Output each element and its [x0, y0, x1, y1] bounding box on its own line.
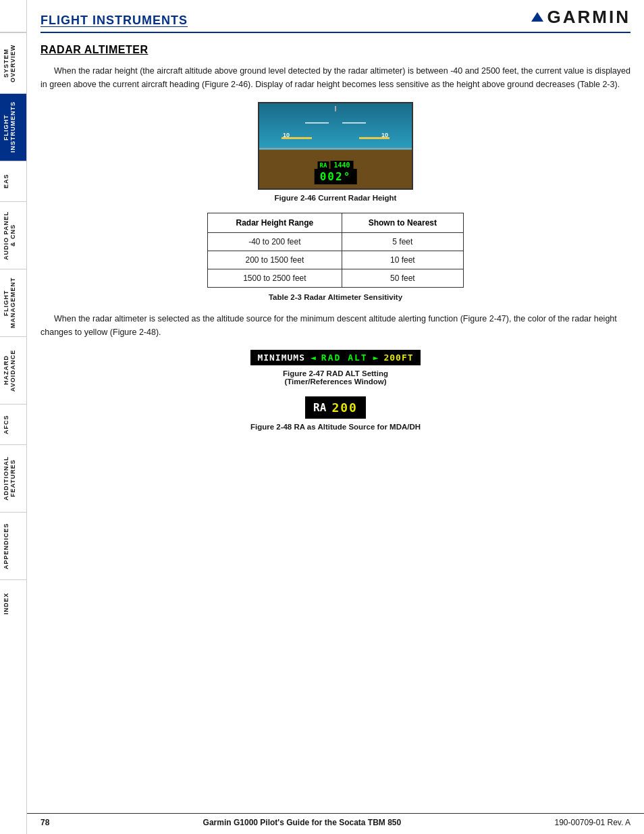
minimums-value: 200FT: [383, 353, 413, 363]
main-content: FLIGHT INSTRUMENTS GARMIN RADAR ALTIMETE…: [27, 0, 644, 834]
ra200-value: 200: [331, 400, 358, 415]
table-row: 1500 to 2500 feet 50 feet: [208, 269, 464, 288]
sidebar-item-flight-instruments[interactable]: FLIGHT INSTRUMENTS: [0, 93, 26, 161]
sidebar: SYSTEM OVERVIEW FLIGHT INSTRUMENTS EAS A…: [0, 0, 27, 834]
table-cell-range-3: 1500 to 2500 feet: [208, 269, 342, 288]
rad-alt-arrow-left-icon: ◄: [311, 353, 316, 363]
table-row: -40 to 200 feet 5 feet: [208, 233, 464, 251]
sidebar-item-eas[interactable]: EAS: [0, 161, 26, 201]
section-title: RADAR ALTIMETER: [41, 44, 630, 56]
page-header: FLIGHT INSTRUMENTS GARMIN: [41, 0, 630, 33]
figure-48-caption: Figure 2-48 RA as Altitude Source for MD…: [250, 423, 421, 431]
sidebar-item-flight-management[interactable]: FLIGHT MANAGEMENT: [0, 269, 26, 336]
table-header-range: Radar Height Range: [208, 213, 342, 233]
figure-47-caption: Figure 2-47 RAD ALT Setting (Timer/Refer…: [283, 369, 388, 386]
ra-label: RA: [318, 161, 329, 170]
radar-display-image: 10 10 RA 1440 002°: [258, 102, 413, 190]
table-cell-range-2: 200 to 1500 feet: [208, 251, 342, 269]
table-cell-nearest-2: 10 feet: [342, 251, 463, 269]
body-text-1: When the radar height (the aircraft alti…: [41, 64, 630, 91]
table-cell-nearest-3: 50 feet: [342, 269, 463, 288]
radar-heading-display: 002°: [315, 169, 357, 184]
ra200-label: RA: [313, 401, 326, 414]
radar-top-tick: [335, 106, 336, 111]
sidebar-item-hazard-avoidance[interactable]: HAZARD AVOIDANCE: [0, 336, 26, 404]
footer-doc-number: 190-00709-01 Rev. A: [554, 818, 630, 827]
footer-page-number: 78: [41, 818, 49, 827]
garmin-triangle-icon: [531, 12, 543, 22]
garmin-logo: GARMIN: [531, 7, 630, 28]
page-title: FLIGHT INSTRUMENTS: [41, 14, 188, 28]
minimums-label: MINIMUMS: [257, 353, 305, 363]
ra200-display: RA 200: [305, 396, 366, 419]
radar-horizon-line: [259, 148, 412, 149]
table-cell-nearest-1: 5 feet: [342, 233, 463, 251]
sidebar-item-additional-features[interactable]: ADDITIONAL FEATURES: [0, 444, 26, 512]
figure-47-caption-line2: (Timer/References Window): [284, 377, 386, 386]
minimums-display: MINIMUMS ◄ RAD ALT ► 200FT: [250, 350, 420, 365]
table-container: Radar Height Range Shown to Nearest -40 …: [207, 213, 464, 301]
sidebar-item-audio-panel[interactable]: AUDIO PANEL & CNS: [0, 201, 26, 269]
sidebar-item-appendices[interactable]: APPENDICES: [0, 512, 26, 579]
garmin-brand-text: GARMIN: [547, 7, 630, 28]
figure-46-caption: Figure 2-46 Current Radar Height: [275, 194, 397, 202]
radar-altimeter-table: Radar Height Range Shown to Nearest -40 …: [207, 213, 464, 288]
body-text-2: When the radar altimeter is selected as …: [41, 312, 630, 339]
table-cell-range-1: -40 to 200 feet: [208, 233, 342, 251]
figure-46-container: 10 10 RA 1440 002° Figure 2-46 Current R…: [41, 102, 630, 202]
sidebar-item-index[interactable]: INDEX: [0, 579, 26, 627]
footer-document-title: Garmin G1000 Pilot's Guide for the Socat…: [203, 818, 402, 827]
rad-alt-label: RAD ALT: [321, 353, 368, 363]
table-header-shown: Shown to Nearest: [342, 213, 463, 233]
table-caption: Table 2-3 Radar Altimeter Sensitivity: [207, 293, 464, 301]
sidebar-item-afcs[interactable]: AFCS: [0, 404, 26, 444]
table-row: 200 to 1500 feet 10 feet: [208, 251, 464, 269]
figure-47-caption-line1: Figure 2-47 RAD ALT Setting: [283, 369, 388, 377]
figure-48-container: RA 200 Figure 2-48 RA as Altitude Source…: [41, 396, 630, 431]
rad-alt-arrow-right-icon: ►: [373, 353, 379, 363]
page-footer: 78 Garmin G1000 Pilot's Guide for the So…: [27, 813, 644, 827]
sidebar-item-system[interactable]: SYSTEM OVERVIEW: [0, 32, 26, 93]
figure-47-container: MINIMUMS ◄ RAD ALT ► 200FT Figure 2-47 R…: [41, 350, 630, 386]
